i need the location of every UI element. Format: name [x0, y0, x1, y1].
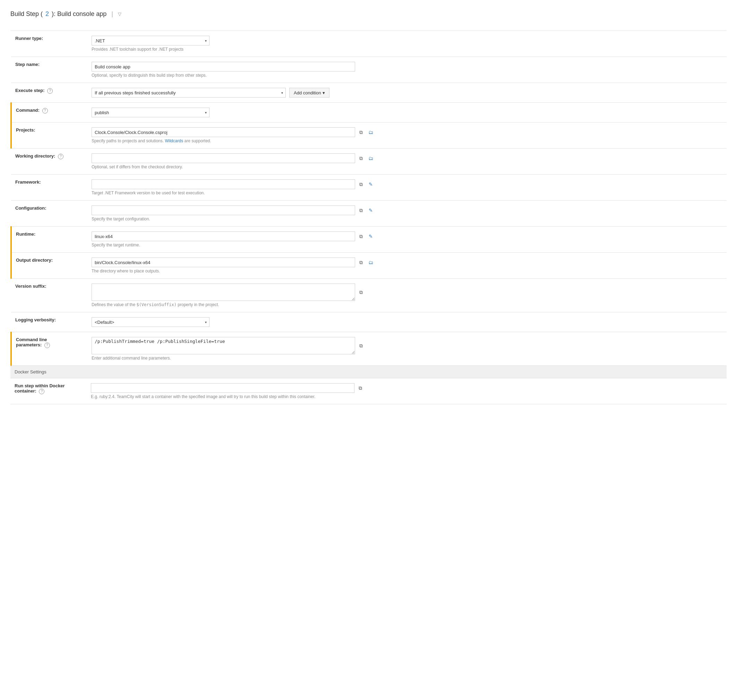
- output-dir-label: Output directory:: [11, 253, 87, 279]
- run-docker-hint: E.g. ruby:2.4. TeamCity will start a con…: [91, 394, 722, 399]
- configuration-pencil-icon[interactable]: ✎: [367, 206, 374, 214]
- page-header: Build Step (2): Build console app | ▽: [10, 7, 727, 31]
- title-text-suffix: ): Build console app: [52, 10, 106, 18]
- title-dropdown-icon[interactable]: ▽: [118, 12, 121, 17]
- configuration-label: Configuration:: [11, 201, 87, 226]
- projects-content: ⧉ 🗂 Specify paths to projects and soluti…: [87, 122, 727, 149]
- version-suffix-input[interactable]: [91, 284, 355, 301]
- runner-type-row: Runner type: .NET ▾ Provides .NET toolch…: [11, 31, 727, 57]
- cmdline-field-group: /p:PublishTrimmed=true /p:PublishSingleF…: [91, 337, 722, 354]
- runner-type-select[interactable]: .NET: [91, 36, 210, 46]
- framework-input[interactable]: [91, 179, 355, 189]
- working-dir-content: ⧉ 🗂 Optional, set if differs from the ch…: [87, 149, 727, 175]
- runner-type-label: Runner type:: [11, 31, 87, 57]
- command-select[interactable]: publish: [91, 107, 210, 117]
- title-text-prefix: Build Step (: [10, 10, 43, 18]
- logging-row: Logging verbosity: <Default> ▾: [11, 312, 727, 332]
- run-docker-label: Run step within Docker container: ?: [10, 378, 87, 404]
- output-dir-browse-icon[interactable]: 🗂: [367, 259, 374, 266]
- runtime-label: Runtime:: [11, 226, 87, 253]
- title-separator: |: [111, 10, 113, 18]
- working-dir-browse-icon[interactable]: 🗂: [367, 154, 374, 162]
- working-dir-hint: Optional, set if differs from the checko…: [91, 165, 722, 169]
- command-help-icon[interactable]: ?: [42, 108, 48, 113]
- cmdline-help-icon[interactable]: ?: [44, 343, 50, 348]
- framework-label: Framework:: [11, 175, 87, 201]
- runtime-hint: Specify the target runtime.: [91, 243, 722, 247]
- output-dir-hint: The directory where to place outputs.: [91, 269, 722, 274]
- version-suffix-label: Version suffix:: [11, 279, 87, 312]
- working-dir-label: Working directory: ?: [11, 149, 87, 175]
- configuration-field-group: ⧉ ✎: [91, 206, 722, 215]
- configuration-hint: Specify the target configuration.: [91, 216, 722, 221]
- output-dir-row: Output directory: ⧉ 🗂 The directory wher…: [11, 253, 727, 279]
- cmdline-label: Command line parameters: ?: [11, 332, 87, 366]
- projects-input[interactable]: [91, 127, 355, 137]
- cmdline-content: /p:PublishTrimmed=true /p:PublishSingleF…: [87, 332, 727, 366]
- run-docker-copy-icon[interactable]: ⧉: [357, 384, 364, 392]
- cmdline-row: Command line parameters: ? /p:PublishTri…: [11, 332, 727, 366]
- add-condition-caret-icon: ▾: [323, 90, 325, 96]
- projects-browse-icon[interactable]: 🗂: [367, 128, 374, 136]
- version-suffix-hint: Defines the value of the $(VersionSuffix…: [91, 302, 722, 307]
- output-dir-copy-icon[interactable]: ⧉: [357, 259, 365, 266]
- command-label: Command: ?: [11, 103, 87, 122]
- output-dir-input[interactable]: [91, 257, 355, 267]
- execute-step-label: Execute step: ?: [11, 83, 87, 103]
- framework-hint: Target .NET Framework version to be used…: [91, 191, 722, 196]
- output-dir-field-group: ⧉ 🗂: [91, 257, 722, 267]
- runtime-pencil-icon[interactable]: ✎: [367, 232, 374, 240]
- framework-pencil-icon[interactable]: ✎: [367, 181, 374, 188]
- runner-type-hint: Provides .NET toolchain support for .NET…: [91, 47, 722, 52]
- projects-field-group: ⧉ 🗂: [91, 127, 722, 137]
- form-table: Runner type: .NET ▾ Provides .NET toolch…: [10, 31, 727, 366]
- configuration-input[interactable]: [91, 206, 355, 215]
- page-container: Build Step (2): Build console app | ▽ Ru…: [0, 0, 737, 411]
- framework-field-group: ⧉ ✎: [91, 179, 722, 189]
- run-docker-input[interactable]: [91, 383, 354, 393]
- working-dir-row: Working directory: ? ⧉ 🗂 Optional, set i…: [11, 149, 727, 175]
- command-row: Command: ? publish ▾: [11, 103, 727, 122]
- runtime-copy-icon[interactable]: ⧉: [357, 232, 365, 240]
- projects-hint: Specify paths to projects and solutions.…: [91, 138, 722, 143]
- run-docker-help-icon[interactable]: ?: [39, 389, 44, 394]
- version-suffix-field-group: ⧉: [91, 284, 722, 301]
- execute-step-select[interactable]: If all previous steps finished successfu…: [91, 88, 286, 97]
- configuration-row: Configuration: ⧉ ✎ Specify the target co…: [11, 201, 727, 226]
- step-name-label: Step name:: [11, 57, 87, 83]
- configuration-content: ⧉ ✎ Specify the target configuration.: [87, 201, 727, 226]
- logging-select-wrapper: <Default> ▾: [91, 317, 210, 327]
- runtime-field-group: ⧉ ✎: [91, 231, 722, 241]
- cmdline-copy-icon[interactable]: ⧉: [357, 342, 365, 350]
- execute-step-help-icon[interactable]: ?: [47, 88, 53, 94]
- working-dir-input[interactable]: [91, 153, 355, 163]
- step-name-hint: Optional, specify to distinguish this bu…: [91, 73, 722, 78]
- step-name-input[interactable]: [91, 62, 355, 72]
- page-title: Build Step (2): Build console app | ▽: [10, 10, 121, 18]
- run-docker-row: Run step within Docker container: ? ⧉ E.…: [10, 378, 727, 404]
- command-select-wrapper: publish ▾: [91, 107, 210, 117]
- version-suffix-row: Version suffix: ⧉ Defines the value of t…: [11, 279, 727, 312]
- output-dir-content: ⧉ 🗂 The directory where to place outputs…: [87, 253, 727, 279]
- version-suffix-copy-icon[interactable]: ⧉: [357, 288, 365, 296]
- runner-type-content: .NET ▾ Provides .NET toolchain support f…: [87, 31, 727, 57]
- runner-type-select-wrapper: .NET ▾: [91, 36, 210, 46]
- execute-step-select-wrapper: If all previous steps finished successfu…: [91, 88, 286, 97]
- execute-step-content: If all previous steps finished successfu…: [87, 83, 727, 103]
- logging-select[interactable]: <Default>: [91, 317, 210, 327]
- execute-step-controls: If all previous steps finished successfu…: [91, 88, 722, 97]
- step-name-content: Optional, specify to distinguish this bu…: [87, 57, 727, 83]
- working-dir-copy-icon[interactable]: ⧉: [357, 154, 365, 162]
- add-condition-button[interactable]: Add condition ▾: [289, 88, 329, 97]
- title-step-num: 2: [46, 10, 49, 18]
- projects-wildcards-link[interactable]: Wildcards: [165, 138, 183, 143]
- logging-content: <Default> ▾: [87, 312, 727, 332]
- cmdline-input[interactable]: /p:PublishTrimmed=true /p:PublishSingleF…: [91, 337, 355, 354]
- version-suffix-content: ⧉ Defines the value of the $(VersionSuff…: [87, 279, 727, 312]
- configuration-copy-icon[interactable]: ⧉: [357, 206, 365, 214]
- working-dir-help-icon[interactable]: ?: [58, 154, 63, 159]
- framework-copy-icon[interactable]: ⧉: [357, 181, 365, 188]
- projects-copy-icon[interactable]: ⧉: [357, 128, 365, 136]
- runtime-input[interactable]: [91, 231, 355, 241]
- docker-form-table: Run step within Docker container: ? ⧉ E.…: [10, 378, 727, 404]
